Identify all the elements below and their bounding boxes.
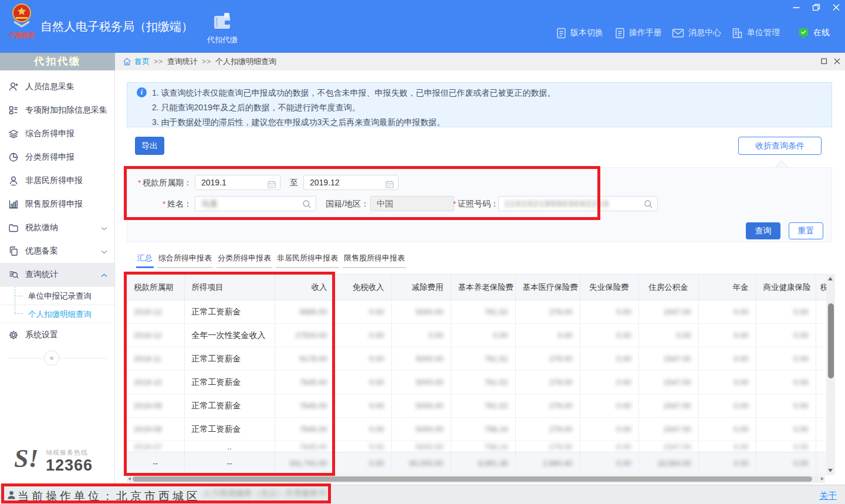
table-cell: 798.24: [451, 418, 515, 441]
online-monitor-check-icon: [798, 28, 809, 39]
table-cell: [816, 300, 826, 324]
top-tab-daikoudaijiao[interactable]: 代扣代缴: [192, 12, 252, 45]
table-cell: 0.00: [698, 347, 756, 371]
table-cell: 0.00: [698, 371, 756, 394]
nationality-input: 中国: [370, 196, 454, 211]
sidebar-item-special-deduction[interactable]: 专项附加扣除信息采集: [0, 99, 114, 122]
sidebar-item-tax-payment[interactable]: 税款缴纳: [0, 216, 114, 239]
table-cell: 5000.00: [391, 441, 451, 452]
table-cell: 2019-11: [127, 347, 184, 371]
column-header: 所得项目: [184, 275, 275, 300]
vertical-scrollbar[interactable]: [826, 274, 835, 475]
hotline-number: 12366: [46, 456, 93, 475]
scroll-right-arrow-icon[interactable]: [821, 477, 824, 481]
table-cell: 0.00: [580, 347, 638, 371]
column-header: 失业保险费: [580, 275, 638, 300]
table-row: 2019-09正常工资薪金7645.000.005000.00761.52279…: [127, 394, 826, 418]
id-value-blurred: 110102199903042219: [505, 197, 610, 211]
table-cell: 0.00: [580, 452, 638, 475]
sidebar-item-system-settings[interactable]: 系统设置: [0, 323, 114, 347]
table-cell: 0.00: [756, 324, 816, 347]
panel-close-icon[interactable]: [834, 58, 840, 65]
table-row: 2019-11正常工资薪金9178.000.005000.00761.52279…: [127, 347, 826, 371]
breadcrumb-item[interactable]: 查询统计: [167, 56, 198, 67]
sidebar-item-comprehensive-income[interactable]: 综合所得申报: [0, 122, 114, 146]
scroll-left-arrow-icon[interactable]: [128, 477, 131, 481]
pie-chart-icon: [8, 152, 19, 163]
table-row: ----161,741.000.0060,000.008,991.362,960…: [127, 452, 826, 475]
table-header-row: 税款所属期所得项目收入免税收入减除费用基本养老保险费基本医疗保险费失业保险费住房…: [127, 275, 826, 300]
restore-button[interactable]: [812, 3, 820, 11]
table-cell: 5000.00: [391, 394, 451, 418]
column-header: 基本医疗保险费: [515, 275, 580, 300]
header-online-status[interactable]: 在线: [798, 26, 830, 40]
column-header: 基本养老保险费: [451, 275, 515, 300]
id-number-input[interactable]: 110102199903042219: [498, 196, 658, 211]
table-cell: 0.00: [334, 371, 391, 394]
table-cell: 0.00: [334, 452, 391, 475]
reset-button[interactable]: 重置: [789, 222, 823, 239]
vertical-scroll-thumb[interactable]: [828, 303, 834, 378]
tab-nonresident[interactable]: 非居民所得申报表: [276, 252, 339, 268]
minimize-button[interactable]: [792, 3, 800, 11]
scroll-down-arrow-icon[interactable]: [828, 469, 833, 472]
table-cell: 0.00: [334, 324, 391, 347]
summary-table: 税款所属期所得项目收入免税收入减除费用基本养老保险费基本医疗保险费失业保险费住房…: [127, 274, 826, 475]
tab-comprehensive[interactable]: 综合所得申报表: [157, 252, 213, 268]
table-cell: [816, 452, 826, 475]
table-cell: 0.00: [698, 324, 756, 347]
table-cell: --: [184, 452, 275, 475]
sidebar-item-nonresident-income[interactable]: 非居民所得申报: [0, 169, 114, 192]
header-menu-version-switch[interactable]: 版本切换: [556, 26, 603, 40]
about-link[interactable]: 关于: [819, 491, 837, 502]
layers-icon: [8, 128, 19, 139]
query-button[interactable]: 查询: [746, 222, 780, 239]
search-icon[interactable]: [644, 199, 653, 211]
breadcrumb: 首页 >> 查询统计 >> 个人扣缴明细查询: [123, 53, 276, 70]
close-button[interactable]: [832, 3, 840, 11]
horizontal-scrollbar[interactable]: [127, 475, 825, 483]
export-button[interactable]: 导出: [135, 137, 164, 155]
nationality-label: 国籍/地区：: [321, 196, 369, 211]
table-cell: 2019-10: [127, 371, 184, 394]
breadcrumb-home[interactable]: 首页: [134, 56, 150, 67]
wallet-icon: [212, 12, 232, 31]
horizontal-scroll-thumb[interactable]: [133, 476, 812, 482]
calendar-icon: [386, 178, 394, 190]
table-cell: 60,000.00: [391, 452, 451, 475]
tab-classified[interactable]: 分类所得申报表: [217, 252, 272, 268]
panel-maximize-icon[interactable]: [821, 58, 827, 65]
header-menu-unit-management[interactable]: 单位管理: [732, 26, 780, 40]
table-cell: 0.00: [580, 300, 638, 324]
sidebar-item-preferential-filing[interactable]: 优惠备案: [0, 239, 114, 263]
table-row: 2019-07..7645.000.005000.00798.24279.000…: [127, 441, 826, 452]
scroll-up-arrow-icon[interactable]: [828, 277, 833, 280]
table-cell: 2019-12: [127, 300, 184, 324]
fold-query-button[interactable]: 收折查询条件: [738, 137, 822, 155]
tab-restricted-stock[interactable]: 限售股所得申报表: [343, 252, 406, 268]
table-cell: 0.00: [334, 347, 391, 371]
table-cell: 7645.00: [275, 371, 334, 394]
sidebar-item-personnel-info[interactable]: 人员信息采集: [0, 75, 114, 99]
period-from-input[interactable]: 2019.1: [195, 175, 280, 190]
sidebar-item-classified-income[interactable]: 分类所得申报: [0, 146, 114, 169]
table-cell: 5000.00: [391, 300, 451, 324]
sidebar-collapse-button[interactable]: «: [44, 350, 59, 366]
table-cell: 0.00: [580, 371, 638, 394]
bar-chart-icon: [8, 199, 19, 209]
tab-summary[interactable]: 汇总: [136, 252, 154, 268]
period-to-input[interactable]: 2019.12: [303, 175, 398, 190]
notice-box: i 1. 该查询统计表仅能查询已申报成功的数据，不包含未申报、申报失败，已申报但…: [127, 82, 832, 127]
search-icon[interactable]: [302, 199, 312, 211]
table-cell: 0.00: [334, 300, 391, 324]
gear-icon: [8, 330, 19, 340]
sidebar-item-restricted-stock[interactable]: 限售股所得申报: [0, 192, 114, 216]
header-menu-message-center[interactable]: 消息中心: [672, 26, 721, 40]
sidebar-subitem-unit-declaration-query[interactable]: 单位申报记录查询: [0, 286, 114, 305]
sidebar-item-query-statistics[interactable]: 查询统计: [0, 263, 114, 286]
table-cell: 761.52: [451, 371, 515, 394]
header-menu-manual[interactable]: 操作手册: [615, 26, 662, 40]
table-cell: 1547.00: [638, 418, 698, 441]
name-input[interactable]: 马某: [195, 196, 316, 211]
sidebar-subitem-personal-withholding-query[interactable]: 个人扣缴明细查询: [0, 305, 114, 323]
